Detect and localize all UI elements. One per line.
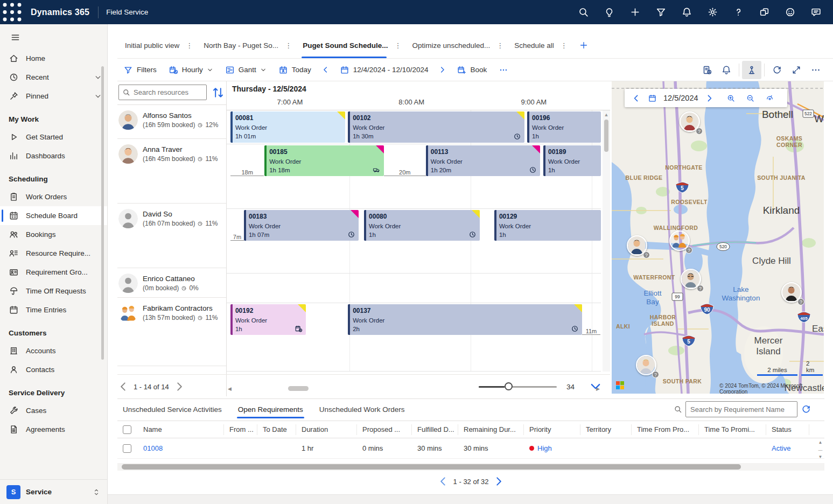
tab-options-icon[interactable]: ⋮ (183, 41, 196, 50)
map-resource-pin[interactable]: ? (680, 111, 702, 134)
map-zoom-out-icon[interactable] (743, 90, 759, 106)
booking-00192[interactable]: 00192Work Order1h (230, 304, 306, 335)
ellipsis-button[interactable] (493, 61, 514, 79)
booking-00129[interactable]: 00129Work Order1h (494, 210, 601, 241)
table-hscrollbar[interactable] (117, 463, 824, 471)
book-button[interactable]: Book (451, 61, 493, 79)
requirements-next-page-icon[interactable] (493, 475, 505, 487)
bell-icon[interactable] (717, 61, 736, 79)
requirement-search-input[interactable] (685, 401, 797, 417)
booking-00189[interactable]: 00189Work Order1h (543, 145, 601, 176)
resource-search[interactable] (118, 85, 207, 100)
sidebar-item-time-off-requests[interactable]: Time Off Requests (0, 282, 107, 300)
add-icon[interactable] (626, 3, 644, 22)
board-tab-5[interactable]: Schedule all (507, 32, 557, 58)
tab-options-icon[interactable]: ⋮ (493, 41, 507, 50)
board-tab-1[interactable]: Initial public view (117, 32, 183, 58)
sidebar-item-resource-require-[interactable]: Resource Require... (0, 244, 107, 263)
sidebar-item-accounts[interactable]: Accounts (0, 341, 107, 360)
ellipsis-icon[interactable] (806, 61, 825, 79)
board-tab-3[interactable]: Puget Sound Schedule... (295, 32, 391, 58)
gantt-row[interactable]: 00081Work Order1h 01m00102Work Order1h 3… (227, 110, 601, 144)
bell-icon[interactable] (677, 3, 696, 22)
gantt-row[interactable]: 7m00183Work Order1h 07m00080Work Order1h… (227, 209, 601, 274)
priority-value[interactable]: High (537, 444, 552, 452)
board-zoom-slider[interactable] (479, 381, 557, 392)
gantt-row[interactable]: 00192Work Order1h00137Work Order2h11m (227, 303, 601, 372)
tab-options-icon[interactable]: ⋮ (557, 41, 571, 50)
booking-00185[interactable]: 00185Work Order1h 18m (264, 145, 384, 176)
refresh-grid-icon[interactable] (801, 404, 811, 415)
tab-options-icon[interactable]: ⋮ (391, 41, 404, 50)
settings-icon[interactable] (703, 3, 722, 22)
gantt-button[interactable]: Gantt (219, 61, 272, 79)
booking-00137[interactable]: 00137Work Order2h (348, 304, 582, 335)
chevron-down-icon[interactable] (94, 74, 102, 81)
row-checkbox[interactable] (123, 444, 131, 453)
map-zoom-in-icon[interactable] (723, 90, 739, 106)
booking-00080[interactable]: 00080Work Order1h (364, 210, 480, 241)
map-next-day-icon[interactable] (702, 90, 718, 106)
booking-00196[interactable]: 00196Work Order1h (527, 111, 601, 143)
resource-search-input[interactable] (134, 88, 203, 96)
table-row[interactable]: 010081 hr0 mins30 mins30 minsHighActive (117, 438, 824, 459)
resources-prev-page-icon[interactable] (117, 381, 129, 393)
emoji-icon[interactable] (781, 3, 799, 22)
map-calendar-icon[interactable] (644, 90, 660, 106)
sidebar-item-recent[interactable]: Recent (0, 68, 107, 87)
resource-row[interactable]: Alfonso Santos(16h 59m booked)12% (117, 105, 226, 139)
map-prev-day-icon[interactable] (628, 90, 644, 106)
sidebar-item-schedule-board[interactable]: Schedule Board (0, 206, 107, 225)
resource-row[interactable]: Enrico Cattaneo(0m booked)0% (117, 268, 226, 298)
column-header-sel[interactable] (117, 424, 138, 435)
sidebar-item-agreements[interactable]: Agreements (0, 420, 107, 439)
map-resource-pin[interactable]: ? (781, 282, 804, 305)
map-person-icon[interactable] (742, 61, 761, 79)
sort-resources-icon[interactable] (211, 86, 225, 100)
filter-icon[interactable] (652, 3, 670, 22)
lightbulb-icon[interactable] (600, 3, 618, 22)
sidebar-item-time-entries[interactable]: Time Entries (0, 300, 107, 319)
resource-row[interactable]: Anna Traver(16h 45m booked)11% (117, 139, 226, 204)
requirements-tab-unscheduled-work-orders[interactable]: Unscheduled Work Orders (314, 401, 410, 418)
help-icon[interactable] (729, 3, 747, 22)
hamburger-icon[interactable] (4, 26, 26, 48)
requirements-prev-page-icon[interactable] (437, 475, 449, 487)
select-all-checkbox[interactable] (123, 425, 131, 434)
cell-link[interactable]: 01008 (143, 444, 163, 452)
schedule-map[interactable]: BothellWoOSKAMSCORNERNORTHGATEBLUE RIDGE… (612, 81, 824, 394)
feedback-icon[interactable] (807, 3, 825, 22)
expand-bottom-panel-icon[interactable] (589, 380, 603, 394)
resource-row[interactable]: David So(16h 07m booked)11% (117, 204, 226, 268)
apps-icon[interactable] (755, 3, 773, 22)
tab-options-icon[interactable]: ⋮ (282, 41, 295, 50)
expand-icon[interactable] (787, 61, 806, 79)
waffle-icon[interactable] (0, 0, 24, 24)
map-resource-pin[interactable]: ? (636, 355, 659, 377)
gantt-vscrollbar[interactable]: ▲ (603, 110, 610, 372)
sidebar-item-get-started[interactable]: Get Started (0, 128, 107, 146)
cell-link[interactable]: Active (772, 444, 790, 452)
area-switcher-chevrons-icon[interactable] (92, 488, 101, 496)
area-switcher[interactable]: S Service (0, 479, 107, 504)
map-resource-pin[interactable]: ? (627, 235, 649, 258)
gantt-row[interactable] (227, 274, 601, 303)
sidebar-item-contacts[interactable]: Contacts (0, 360, 107, 379)
sidebar-item-dashboards[interactable]: Dashboards (0, 146, 107, 165)
requirements-tab-open-requirements[interactable]: Open Requirements (233, 401, 309, 418)
chevron-left-button[interactable] (317, 61, 334, 79)
sidebar-item-pinned[interactable]: Pinned (0, 87, 107, 106)
sidebar-item-bookings[interactable]: Bookings (0, 225, 107, 244)
sidebar-item-home[interactable]: Home (0, 49, 107, 68)
sidebar-scrollbar[interactable] (101, 66, 104, 360)
sidebar-item-work-orders[interactable]: Work Orders (0, 187, 107, 206)
filters-button[interactable]: Filters (117, 61, 163, 79)
search-icon[interactable] (574, 3, 592, 22)
hourly-button[interactable]: Hourly (163, 61, 219, 79)
gantt-row[interactable]: 18m00185Work Order1h 18m20m00113Work Ord… (227, 144, 601, 209)
table-vscrollbar[interactable]: ▲—▼ (816, 439, 824, 460)
today-button[interactable]: Today (272, 61, 317, 79)
chevron-down-icon[interactable] (94, 93, 102, 100)
map-resource-pin[interactable]: ? (681, 269, 703, 291)
sidebar-item-requirement-gro-[interactable]: Requirement Gro... (0, 263, 107, 282)
